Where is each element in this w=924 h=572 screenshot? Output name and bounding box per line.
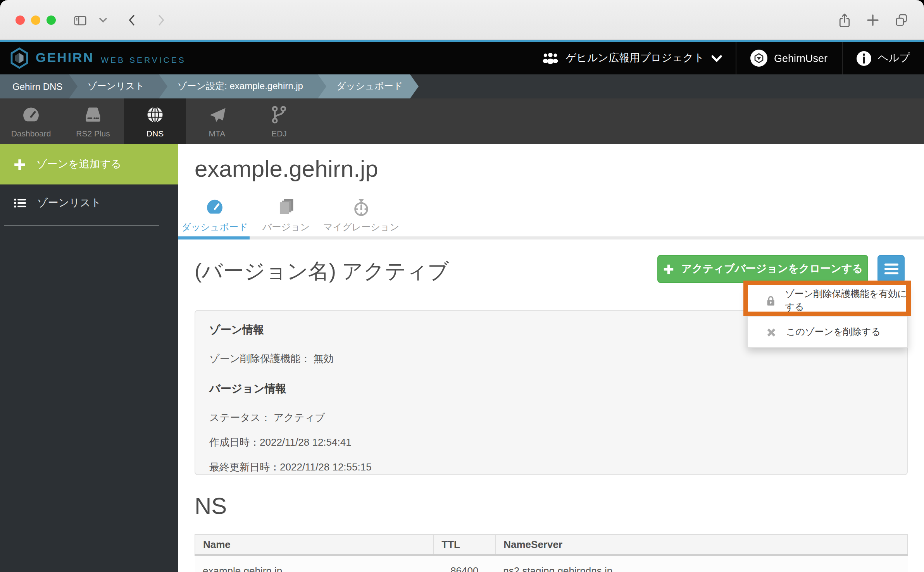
page-title: example.gehirn.jp (195, 156, 378, 182)
chevron-down-icon[interactable] (98, 12, 109, 29)
back-button[interactable] (124, 12, 141, 29)
breadcrumb-zone-settings[interactable]: ゾーン設定: example.gehirn.jp (158, 74, 326, 98)
ns-col-name: Name (195, 534, 433, 555)
nav-item-dns[interactable]: DNS (124, 98, 186, 144)
gehirn-hexagon-icon (10, 47, 29, 69)
tab-dashboard[interactable]: ダッシュボード (179, 197, 250, 234)
window-controls (16, 16, 56, 25)
tab-underline (178, 236, 924, 239)
breadcrumb-zone-list[interactable]: ゾーンリスト (68, 74, 167, 98)
x-icon (765, 326, 777, 338)
version-heading: (バージョン名) アクティブ (195, 257, 449, 285)
breadcrumb-dashboard[interactable]: ダッシュボード (317, 74, 419, 98)
server-icon (83, 105, 103, 125)
ns-table: Name TTL NameServer example.gehirn.jp 86… (195, 534, 908, 572)
ns-row-ttl: 86400 (433, 555, 495, 572)
project-name: ゲヒルン広報用プロジェクト (566, 51, 704, 65)
zone-menu-button[interactable] (877, 255, 905, 283)
tab-overview-icon[interactable] (893, 12, 910, 29)
new-tab-icon[interactable] (864, 12, 881, 29)
version-info-heading: バージョン情報 (209, 382, 893, 396)
protection-value: 無効 (313, 353, 333, 364)
protection-row: ゾーン削除保護機能： 無効 (209, 352, 893, 366)
list-icon (13, 197, 27, 209)
updated-row: 最終更新日時：2022/11/28 12:55:15 (209, 460, 893, 474)
plus-icon (13, 158, 26, 171)
gehirn-logo[interactable]: GEHIRN WEB SERVICES (0, 47, 186, 69)
close-window-button[interactable] (16, 16, 25, 25)
lock-icon (765, 294, 776, 308)
zone-menu-dropdown: ゾーン削除保護機能を有効にする このゾーンを削除する (747, 284, 908, 348)
ns-section-heading: NS (195, 493, 227, 519)
paper-plane-icon (207, 105, 227, 125)
nav-item-rs2plus[interactable]: RS2 Plus (62, 98, 124, 144)
created-row: 作成日時：2022/11/28 12:54:41 (209, 436, 893, 450)
gauge-icon (205, 197, 225, 217)
ns-col-ttl: TTL (433, 534, 495, 555)
brand-name: GEHIRN (36, 50, 94, 66)
tab-migration[interactable]: マイグレーション (322, 197, 401, 234)
minimize-window-button[interactable] (31, 16, 40, 25)
service-nav: Dashboard RS2 Plus DNS (0, 98, 924, 144)
sidebar-item-zone-list[interactable]: ゾーンリスト (0, 188, 178, 219)
menu-item-delete-zone[interactable]: このゾーンを削除する (748, 316, 907, 347)
sidebar: ゾーンを追加する ゾーンリスト (0, 144, 178, 572)
chevron-down-icon (711, 55, 721, 62)
user-menu[interactable]: GehirnUser (735, 42, 841, 74)
users-icon (542, 52, 559, 64)
zoom-window-button[interactable] (47, 16, 56, 25)
browser-window: GEHIRN WEB SERVICES ゲヒルン広報用プロジェクト (0, 0, 924, 572)
breadcrumb-gehirn-dns[interactable]: Gehirn DNS (0, 74, 78, 98)
ns-row-nameserver: ns2.staging.gehirndns.jp (495, 555, 907, 572)
status-row: ステータス： アクティブ (209, 411, 893, 425)
share-icon[interactable] (836, 12, 853, 29)
app-header: GEHIRN WEB SERVICES ゲヒルン広報用プロジェクト (0, 40, 924, 74)
forward-button[interactable] (152, 12, 169, 29)
globe-icon (145, 105, 165, 125)
browser-toolbar (0, 0, 924, 40)
brand-tagline: WEB SERVICES (101, 55, 186, 64)
sidebar-divider (4, 225, 159, 226)
pages-icon (276, 197, 296, 217)
sidebar-toggle-icon[interactable] (71, 12, 88, 29)
nav-item-dashboard[interactable]: Dashboard (0, 98, 62, 144)
hamburger-icon (884, 264, 898, 274)
nav-item-edj[interactable]: EDJ (248, 98, 310, 144)
user-name: GehirnUser (774, 52, 827, 64)
ns-table-header: Name TTL NameServer (195, 534, 907, 555)
help-label: ヘルプ (878, 51, 910, 65)
clone-active-version-button[interactable]: アクティブバージョンをクローンする (657, 255, 868, 283)
add-zone-button[interactable]: ゾーンを追加する (0, 144, 178, 184)
updated-value: 2022/11/28 12:55:15 (280, 461, 372, 473)
plus-icon (663, 263, 674, 275)
project-selector[interactable]: ゲヒルン広報用プロジェクト (528, 42, 735, 74)
main-content: example.gehirn.jp ダッシュボード バージョン (178, 144, 924, 572)
nav-item-mta[interactable]: MTA (186, 98, 248, 144)
timer-icon (351, 197, 371, 217)
zone-tabs: ダッシュボード バージョン マイグレーション (179, 197, 401, 234)
info-icon (856, 51, 871, 65)
git-branch-icon (269, 105, 289, 125)
table-row: example.gehirn.jp 86400 ns2.staging.gehi… (195, 555, 907, 572)
ns-row-name: example.gehirn.jp (195, 555, 433, 572)
gauge-icon (21, 105, 41, 125)
created-value: 2022/11/28 12:54:41 (260, 436, 352, 448)
ns-col-nameserver: NameServer (495, 534, 907, 555)
status-value: アクティブ (274, 412, 325, 423)
user-avatar (750, 50, 767, 67)
breadcrumb: Gehirn DNS ゾーンリスト ゾーン設定: example.gehirn.… (0, 74, 924, 98)
menu-item-enable-delete-protection[interactable]: ゾーン削除保護機能を有効にする (748, 285, 907, 316)
help-menu[interactable]: ヘルプ (841, 42, 924, 74)
tab-versions[interactable]: バージョン (250, 197, 322, 234)
